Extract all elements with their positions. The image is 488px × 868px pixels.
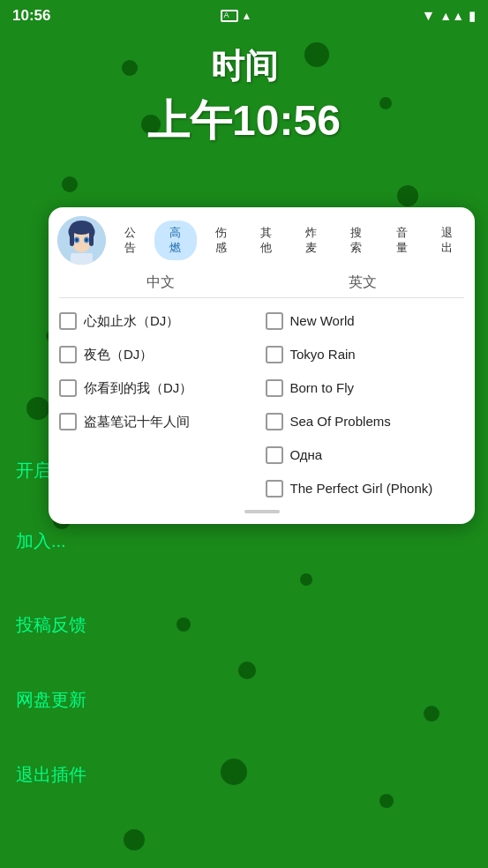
checkbox-en-4[interactable] <box>266 413 283 430</box>
checkbox-cn-2[interactable] <box>59 346 77 363</box>
sidebar-item-exit[interactable]: 退出插件 <box>16 763 86 787</box>
checkbox-en-5[interactable] <box>266 446 283 464</box>
wifi-icon: ▼ <box>421 8 435 24</box>
checkbox-en-6[interactable] <box>266 480 283 498</box>
song-name-cn-1: 心如止水（DJ） <box>84 312 179 330</box>
list-item: New World <box>262 305 469 337</box>
song-name-en-2: Tokyo Rain <box>290 346 356 363</box>
col-header-chinese: 中文 <box>59 273 262 292</box>
avatar <box>57 216 106 265</box>
tab-other[interactable]: 其 他 <box>245 221 287 261</box>
status-notif-area: ▲ <box>221 10 252 22</box>
song-name-en-5: Одна <box>290 446 323 464</box>
checkbox-cn-3[interactable] <box>59 379 77 397</box>
status-time: 10:56 <box>12 7 50 25</box>
scroll-indicator <box>244 510 280 513</box>
notification-icon <box>221 10 238 22</box>
list-item: 你看到的我（DJ） <box>56 372 262 404</box>
sim-icon: ▲ <box>242 10 252 22</box>
list-item: Sea Of Problems <box>262 406 469 438</box>
battery-icon: ▮ <box>469 8 476 24</box>
tab-volume[interactable]: 音 量 <box>381 221 423 261</box>
list-item: Одна <box>262 439 469 471</box>
status-icons: ▼ ▲▲ ▮ <box>421 8 476 24</box>
checkbox-cn-4[interactable] <box>59 413 77 430</box>
page-title: 时间 <box>0 44 488 89</box>
song-name-en-6: The Perfect Girl (Phonk) <box>290 480 433 498</box>
svg-rect-10 <box>71 253 93 265</box>
title-area: 时间 上午10:56 <box>0 44 488 149</box>
tab-highlight[interactable]: 高 燃 <box>154 221 196 261</box>
signal-icon: ▲▲ <box>439 9 464 23</box>
checkbox-en-3[interactable] <box>266 379 283 397</box>
svg-rect-5 <box>89 232 94 246</box>
tab-exit[interactable]: 退 出 <box>426 221 468 261</box>
song-name-en-1: New World <box>290 312 355 330</box>
tab-sad[interactable]: 伤 感 <box>200 221 242 261</box>
time-display: 上午10:56 <box>0 93 488 149</box>
list-item: 夜色（DJ） <box>56 339 262 370</box>
column-headers: 中文 英文 <box>49 270 475 296</box>
svg-point-9 <box>86 238 88 242</box>
tab-search[interactable]: 搜 索 <box>335 221 377 261</box>
chinese-song-col: 心如止水（DJ） 夜色（DJ） 你看到的我（DJ） 盗墓笔记十年人间 <box>56 305 262 505</box>
status-bar: 10:56 ▲ ▼ ▲▲ ▮ <box>0 0 488 32</box>
checkbox-en-2[interactable] <box>266 346 283 363</box>
card-header: 公 告 高 燃 伤 感 其 他 炸 麦 搜 索 音 量 退 出 <box>49 207 475 270</box>
song-name-en-4: Sea Of Problems <box>290 413 391 430</box>
song-name-cn-3: 你看到的我（DJ） <box>84 379 192 397</box>
tab-loud[interactable]: 炸 麦 <box>290 221 332 261</box>
col-header-english: 英文 <box>262 273 465 292</box>
sidebar-item-join[interactable]: 加入... <box>16 529 66 553</box>
checkbox-cn-1[interactable] <box>59 312 77 330</box>
list-item: 盗墓笔记十年人间 <box>56 406 262 438</box>
list-item: The Perfect Girl (Phonk) <box>262 473 469 505</box>
sidebar-item-netdisk[interactable]: 网盘更新 <box>16 688 86 712</box>
list-item: 心如止水（DJ） <box>56 305 262 337</box>
main-card: 公 告 高 燃 伤 感 其 他 炸 麦 搜 索 音 量 退 出 中文 英文 心如… <box>49 207 475 524</box>
song-name-cn-4: 盗墓笔记十年人间 <box>84 413 190 430</box>
header-divider <box>59 297 464 298</box>
song-name-en-3: Born to Fly <box>290 379 355 397</box>
svg-rect-4 <box>70 232 74 246</box>
english-song-col: New World Tokyo Rain Born to Fly Sea Of … <box>262 305 469 505</box>
sidebar-item-feedback[interactable]: 投稿反馈 <box>16 613 86 637</box>
checkbox-en-1[interactable] <box>266 312 283 330</box>
svg-point-3 <box>71 221 94 235</box>
song-name-cn-2: 夜色（DJ） <box>84 346 153 363</box>
tab-notice[interactable]: 公 告 <box>109 221 151 261</box>
svg-point-8 <box>76 238 79 242</box>
list-item: Tokyo Rain <box>262 339 469 370</box>
list-item: Born to Fly <box>262 372 469 404</box>
song-list: 心如止水（DJ） 夜色（DJ） 你看到的我（DJ） 盗墓笔记十年人间 New W… <box>49 300 475 505</box>
